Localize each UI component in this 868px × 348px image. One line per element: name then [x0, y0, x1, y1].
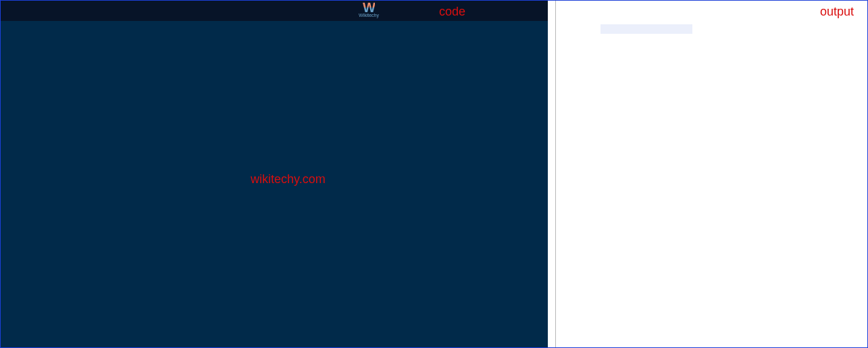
split-container: W Wikitechy code wikitechy.com output	[0, 0, 868, 348]
output-panel-label: output	[820, 5, 854, 19]
logo-subtext: Wikitechy	[359, 13, 379, 18]
watermark-text: wikitechy.com	[251, 172, 326, 187]
wikitechy-logo: W Wikitechy	[359, 1, 379, 18]
output-highlight-bar	[601, 24, 692, 34]
code-pane[interactable]: W Wikitechy code wikitechy.com	[1, 1, 548, 347]
code-editor-area[interactable]: wikitechy.com	[1, 21, 548, 347]
pane-divider[interactable]	[548, 1, 555, 347]
logo-mark-icon: W	[363, 1, 375, 14]
code-header: W Wikitechy code	[1, 1, 548, 21]
output-pane: output	[555, 1, 867, 347]
code-panel-label: code	[439, 5, 465, 19]
